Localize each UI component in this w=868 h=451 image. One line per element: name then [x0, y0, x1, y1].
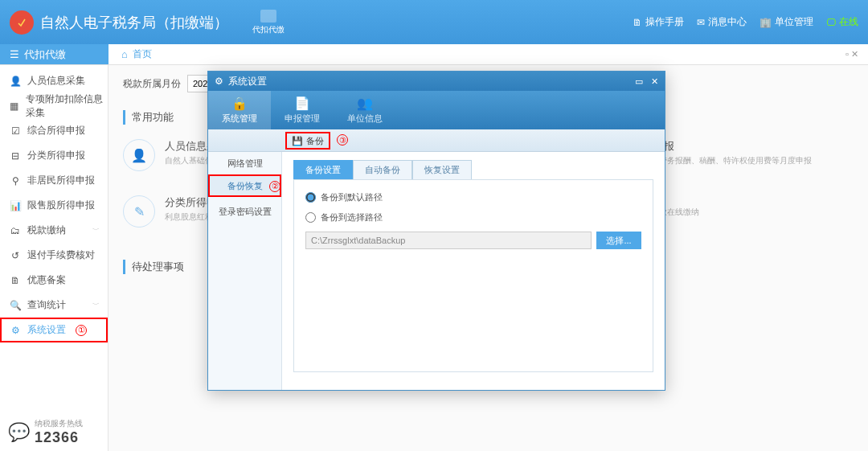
card-income-report[interactable]: 得申报金、劳务报酬、稿酬、特许权使用费等月度申报 [643, 139, 812, 166]
check-icon: ☑ [10, 125, 21, 137]
header-message[interactable]: ✉消息中心 [697, 15, 747, 29]
browse-button[interactable]: 选择... [596, 232, 641, 249]
header-org[interactable]: 🏢单位管理 [760, 15, 813, 29]
card-person-info[interactable]: 👤 人员信息采自然人基础信 [123, 139, 217, 171]
refresh-icon: ↺ [10, 250, 21, 261]
header-mode-label: 代扣代缴 [252, 24, 285, 35]
sidebar-label: 查询统计 [27, 298, 66, 312]
doc-icon: 🗎 [633, 17, 642, 28]
dialog-restore-icon[interactable]: ▭ [635, 76, 643, 87]
building-icon: 🏢 [760, 17, 772, 28]
sidebar-item-benefit[interactable]: 🗎优惠备案 [0, 268, 108, 293]
header-message-label: 消息中心 [708, 15, 747, 29]
dialog-title: 系统设置 [228, 75, 267, 88]
tab-label: 系统管理 [222, 113, 257, 125]
callout-1: ① [76, 325, 87, 336]
list-icon: ☰ [10, 48, 19, 60]
logo-icon [10, 10, 34, 35]
backup-panel: 备份到默认路径 备份到选择路径 选择... [293, 179, 653, 372]
header-online[interactable]: 🖵在线 [826, 15, 858, 29]
sidebar-label: 限售股所得申报 [27, 199, 95, 212]
header-manual[interactable]: 🗎操作手册 [633, 15, 684, 29]
sidebar-label: 人员信息采集 [27, 74, 85, 88]
app-title: 自然人电子税务局（扣缴端） [40, 13, 228, 32]
sidebar-item-query[interactable]: 🔍查询统计﹀ [0, 293, 108, 318]
subtab-restore-setting[interactable]: 恢复设置 [412, 160, 472, 179]
subheader-right-icons[interactable]: ▫ ✕ [845, 49, 858, 59]
header-manual-label: 操作手册 [645, 15, 684, 29]
card-pay[interactable]: 缴纳报税款在线缴纳 [643, 191, 812, 218]
folder-icon: 🗂 [10, 225, 21, 236]
search-icon: 🔍 [10, 300, 21, 311]
grid-icon: ▦ [10, 100, 19, 112]
sidebar-item-settings[interactable]: ⚙系统设置① [0, 318, 108, 342]
svg-point-0 [15, 16, 28, 29]
side-network[interactable]: 网络管理 [208, 152, 281, 174]
sidebar-item-refund[interactable]: ↺退付手续费核对 [0, 243, 108, 268]
tab-org[interactable]: 👥单位信息 [334, 91, 396, 129]
tab-system[interactable]: 🔒系统管理 [208, 91, 271, 129]
hotline: 💬 纳税服务热线 12366 [8, 418, 83, 446]
card-title: 得申报 [643, 139, 812, 154]
sidebar-label: 非居民所得申报 [27, 174, 95, 187]
sidebar-item-special[interactable]: ▦专项附加扣除信息采集 [0, 93, 108, 118]
group-icon: 👥 [357, 96, 373, 111]
sidebar-label: 综合所得申报 [27, 124, 85, 137]
sidebar-label: 系统设置 [27, 323, 66, 337]
form-icon: 📄 [294, 96, 310, 111]
sidebar-item-comprehensive[interactable]: ☑综合所得申报 [0, 118, 108, 143]
file-icon: 🗎 [10, 275, 21, 286]
gear-icon: ⚙ [215, 76, 223, 87]
card-category[interactable]: ✎ 分类所得申利息股息红利 [123, 195, 217, 228]
sidebar-label: 税款缴纳 [27, 223, 66, 237]
dialog-toolbar: 💾 备份 ③ [208, 129, 665, 152]
monitor-icon: 🖵 [826, 17, 836, 28]
sidebar-label: 分类所得申报 [27, 149, 85, 162]
dialog-content: 备份设置 自动备份 恢复设置 备份到默认路径 备份到选择路径 选择... [282, 152, 665, 390]
breadcrumb[interactable]: ⌂ 首页 [108, 47, 152, 61]
sidebar-label: 优惠备案 [27, 273, 66, 287]
breadcrumb-home: 首页 [133, 47, 152, 61]
home-icon: ⌂ [121, 48, 128, 60]
edit-circle-icon: ✎ [123, 195, 155, 228]
sidebar-item-taxpay[interactable]: 🗂税款缴纳﹀ [0, 218, 108, 243]
mail-icon: ✉ [697, 17, 705, 28]
sidebar-item-category[interactable]: ⊟分类所得申报 [0, 143, 108, 168]
subtab-backup-setting[interactable]: 备份设置 [293, 160, 353, 179]
sidebar-item-restricted[interactable]: 📊限售股所得申报 [0, 193, 108, 218]
sidebar-label: 退付手续费核对 [27, 248, 95, 262]
radio-select-label: 备份到选择路径 [321, 211, 383, 223]
sidebar: 👤人员信息采集 ▦专项附加扣除信息采集 ☑综合所得申报 ⊟分类所得申报 ⚲非居民… [0, 65, 108, 451]
callout-3: ③ [337, 134, 348, 146]
sidebar-item-person[interactable]: 👤人员信息采集 [0, 68, 108, 93]
header-mode[interactable]: 代扣代缴 [252, 10, 285, 35]
chevron-down-icon: ﹀ [92, 300, 100, 310]
sidebar-item-nonresident[interactable]: ⚲非居民所得申报 [0, 168, 108, 193]
user2-icon: ⚲ [10, 175, 21, 187]
dialog-close-icon[interactable]: ✕ [651, 76, 658, 87]
radio-select-path[interactable] [305, 212, 316, 223]
person-circle-icon: 👤 [123, 139, 155, 171]
box-icon: ⊟ [10, 150, 21, 162]
hotline-label: 纳税服务热线 [35, 418, 83, 429]
dialog-top-tabs: 🔒系统管理 📄申报管理 👥单位信息 [208, 91, 665, 129]
backup-path-input [305, 232, 592, 249]
lock-icon: 🔒 [231, 96, 248, 111]
person-icon: 👤 [10, 76, 21, 87]
sidebar-label: 专项附加扣除信息采集 [26, 92, 108, 120]
radio-default-path[interactable] [305, 192, 316, 203]
wallet-icon [260, 10, 276, 23]
chevron-down-icon: ﹀ [92, 225, 100, 236]
toolbar-backup[interactable]: 💾 备份 [285, 132, 330, 150]
side-password[interactable]: 登录密码设置 [208, 200, 281, 223]
side-backup-label: 备份恢复 [227, 180, 263, 192]
dialog-side-nav: 网络管理 备份恢复 ② 登录密码设置 [208, 152, 282, 390]
hotline-number: 12366 [35, 429, 83, 446]
subheader-mode[interactable]: ☰ 代扣代缴 [0, 44, 108, 64]
header-org-label: 单位管理 [775, 15, 813, 29]
chat-icon: 💬 [8, 422, 30, 443]
subtab-auto-backup[interactable]: 自动备份 [353, 160, 412, 179]
tab-report[interactable]: 📄申报管理 [271, 91, 334, 129]
chart-icon: 📊 [10, 200, 21, 211]
card-sub: 金、劳务报酬、稿酬、特许权使用费等月度申报 [643, 155, 812, 166]
